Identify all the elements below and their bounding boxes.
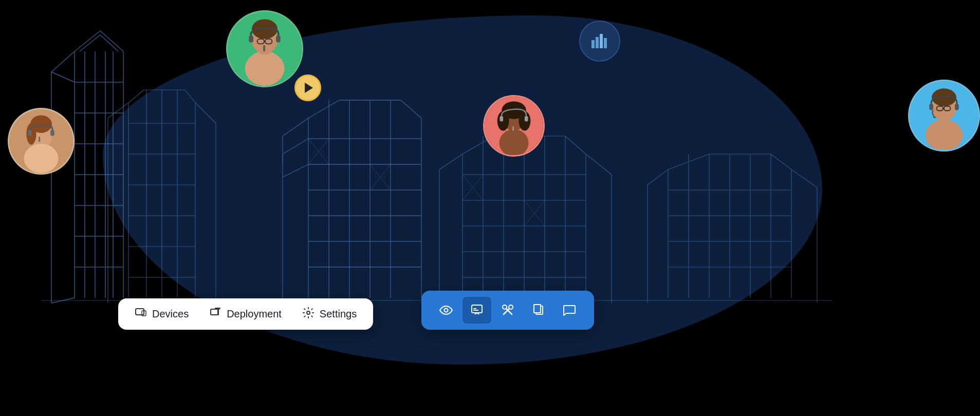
svg-point-156	[445, 309, 448, 312]
svg-point-129	[497, 111, 509, 131]
action-bar	[421, 291, 594, 330]
svg-rect-146	[600, 34, 603, 48]
svg-rect-147	[604, 38, 607, 48]
nav-label-deployment: Deployment	[227, 308, 282, 320]
svg-text:+: +	[218, 307, 220, 311]
svg-rect-132	[525, 116, 528, 121]
analytics-circle	[579, 21, 620, 62]
svg-rect-145	[596, 37, 599, 48]
avatar-left	[8, 108, 75, 175]
svg-line-17	[51, 51, 75, 72]
svg-rect-142	[955, 104, 959, 110]
svg-line-1	[75, 31, 100, 51]
svg-rect-113	[39, 137, 40, 142]
svg-rect-122	[249, 35, 253, 42]
nav-item-devices[interactable]: Devices	[135, 307, 189, 322]
avatar-top-center	[226, 10, 303, 87]
svg-point-155	[307, 311, 310, 314]
svg-rect-141	[929, 104, 933, 110]
svg-rect-148	[136, 309, 144, 315]
devices-icon	[135, 307, 147, 322]
action-btn-view[interactable]	[432, 297, 460, 324]
svg-point-115	[245, 51, 285, 86]
svg-rect-150	[211, 309, 218, 315]
nav-bar: Devices + Deployment	[118, 298, 373, 330]
tools-icon	[501, 304, 514, 317]
svg-point-130	[519, 111, 531, 131]
action-btn-chat[interactable]	[555, 297, 584, 324]
svg-point-107	[24, 144, 59, 173]
svg-rect-157	[472, 305, 482, 313]
svg-rect-124	[263, 45, 265, 51]
cursor-icon	[471, 304, 483, 316]
chat-icon	[563, 304, 576, 317]
deployment-icon: +	[209, 307, 221, 322]
avatar-top-image	[228, 12, 302, 86]
action-btn-copy[interactable]	[524, 297, 553, 324]
nav-item-deployment[interactable]: + Deployment	[209, 307, 282, 322]
svg-line-2	[100, 31, 123, 51]
svg-rect-143	[933, 117, 936, 118]
svg-point-161	[509, 305, 513, 309]
svg-point-163	[503, 305, 507, 309]
avatar-left-image	[9, 109, 73, 173]
svg-rect-144	[591, 40, 595, 48]
copy-icon	[532, 304, 545, 317]
svg-rect-111	[28, 130, 32, 136]
nav-label-devices: Devices	[152, 308, 189, 320]
svg-rect-112	[50, 130, 54, 136]
eye-icon	[439, 304, 453, 317]
svg-point-135	[926, 120, 963, 150]
avatar-far-right-image	[910, 81, 978, 150]
avatar-far-right	[908, 80, 980, 152]
settings-icon	[302, 307, 315, 322]
play-button[interactable]	[294, 74, 321, 101]
nav-item-settings[interactable]: Settings	[302, 307, 357, 322]
action-btn-control[interactable]	[463, 297, 491, 324]
svg-line-20	[51, 298, 75, 303]
scene: Devices + Deployment	[0, 0, 980, 416]
svg-rect-131	[500, 116, 503, 121]
svg-rect-133	[512, 126, 514, 131]
analytics-icon	[588, 30, 611, 52]
nav-label-settings: Settings	[320, 308, 357, 320]
svg-line-4	[80, 35, 100, 51]
svg-line-19	[51, 72, 75, 82]
svg-rect-123	[276, 35, 281, 42]
svg-line-5	[100, 35, 118, 51]
avatar-right-center-image	[485, 97, 543, 155]
avatar-right-center	[483, 95, 545, 157]
svg-rect-165	[534, 305, 541, 313]
action-btn-tools[interactable]	[493, 297, 522, 324]
